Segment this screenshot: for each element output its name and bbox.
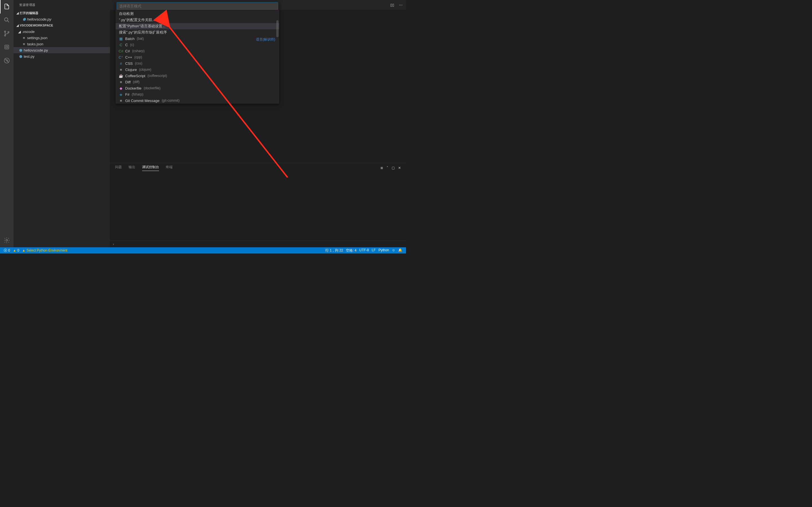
qp-lang-c[interactable]: CC(c)	[116, 42, 279, 48]
open-editors-header[interactable]: ◢打开的编辑器	[13, 10, 110, 16]
split-editor-button[interactable]: ▯▯	[389, 2, 395, 8]
status-spaces[interactable]: 空格: 4	[345, 248, 358, 253]
svg-point-2	[4, 31, 6, 32]
qp-item-search-ext[interactable]: 搜索".py"的应用市场扩展程序	[116, 29, 279, 36]
lang-name: F#	[125, 93, 130, 97]
svg-line-1	[8, 20, 9, 22]
close-icon: ✕	[398, 166, 401, 170]
activity-settings[interactable]	[0, 234, 13, 247]
file-name: hellovscode.py	[24, 48, 48, 52]
more-icon: ⋯	[399, 3, 403, 7]
quick-pick: 自动检测 ".py"的配置文件关联... 配置"Python"语言基础设置...…	[116, 1, 279, 104]
chevron-down-icon: ◢	[16, 24, 19, 27]
activity-extensions[interactable]	[0, 54, 13, 68]
lang-icon: ☕	[119, 74, 123, 78]
tree-folder-vscode[interactable]: ◢.vscode	[13, 29, 110, 35]
lang-id: (fsharp)	[132, 93, 143, 96]
file-name: tasks.json	[27, 42, 43, 46]
open-editor-filename: hellovscode.py	[27, 17, 51, 21]
lang-icon: ≡	[119, 99, 123, 103]
activity-source-control[interactable]	[0, 27, 13, 41]
status-warnings[interactable]: ▲0	[11, 247, 21, 253]
panel-tab-terminal[interactable]: 终端	[166, 165, 172, 171]
lang-id: (csharp)	[132, 49, 145, 53]
lang-name: Dockerfile	[125, 86, 142, 91]
qp-lang-fsharp[interactable]: ◈F#(fsharp)	[116, 91, 279, 98]
qp-lang-css[interactable]: #CSS(css)	[116, 60, 279, 66]
lang-id: (bat)	[137, 37, 144, 41]
lang-name: Diff	[125, 80, 131, 84]
prompt-icon: ›	[113, 242, 114, 246]
chevron-down-icon: ◢	[18, 30, 22, 34]
status-language[interactable]: Python	[377, 248, 390, 252]
status-errors[interactable]: ⓧ0	[2, 247, 11, 253]
status-eol[interactable]: LF	[370, 248, 377, 252]
qp-lang-git-commit[interactable]: ≡Git Commit Message(git-commit)	[116, 98, 279, 104]
warning-count: 0	[17, 248, 19, 252]
panel-maximize-button[interactable]: ▢	[392, 166, 395, 170]
lang-id: (clojure)	[139, 68, 151, 71]
svg-point-3	[4, 35, 6, 36]
chevron-down-icon: ◢	[16, 11, 19, 15]
bell-icon: 🔔	[398, 248, 402, 252]
bottom-panel: 问题 输出 调试控制台 终端 ≣ ˄ ▢ ✕ ›	[110, 163, 406, 247]
panel-tab-output[interactable]: 输出	[129, 165, 135, 171]
qp-lang-csharp[interactable]: C#C#(csharp)	[116, 48, 279, 54]
qp-item-configure-python[interactable]: 配置"Python"语言基础设置...	[116, 23, 279, 29]
status-encoding[interactable]: UTF-8	[358, 248, 370, 252]
panel-tab-problems[interactable]: 问题	[115, 165, 122, 171]
qp-lang-dockerfile[interactable]: ◆Dockerfile(dockerfile)	[116, 85, 279, 91]
warning-icon: ▲	[22, 248, 26, 252]
more-actions-button[interactable]: ⋯	[398, 2, 404, 8]
status-line-col[interactable]: 行 1，列 22	[324, 248, 345, 253]
activity-search[interactable]	[0, 13, 13, 27]
panel-filter-button[interactable]: ≣	[380, 166, 383, 170]
bug-disabled-icon	[3, 57, 10, 65]
qp-lang-cpp[interactable]: C⁺C++(cpp)	[116, 54, 279, 60]
svg-rect-5	[5, 45, 9, 49]
open-editor-item[interactable]: ⬢ hellovscode.py	[13, 16, 110, 22]
status-python-env[interactable]: ▲Select Python Environment	[20, 247, 69, 253]
workspace-label: VSCODEWORKSPACE	[20, 24, 53, 27]
activity-debug[interactable]	[0, 41, 13, 54]
warning-icon: ▲	[13, 248, 16, 252]
panel-tab-debug-console[interactable]: 调试控制台	[142, 165, 159, 171]
debug-console-body[interactable]	[110, 172, 406, 240]
env-label: Select Python Environment	[27, 248, 67, 252]
lang-icon: ▦	[119, 37, 123, 41]
qp-lang-coffeescript[interactable]: ☕CoffeeScript(coffeescript)	[116, 73, 279, 79]
activity-explorer[interactable]	[0, 0, 13, 13]
debug-console-input[interactable]: ›	[110, 240, 406, 247]
tree-file-hellovscode[interactable]: ⬢hellovscode.py	[13, 47, 110, 53]
maximize-icon: ▢	[392, 166, 395, 170]
svg-point-8	[6, 239, 8, 241]
tree-file-tasks[interactable]: ≡tasks.json	[13, 41, 110, 47]
qp-item-file-assoc[interactable]: ".py"的配置文件关联...	[116, 17, 279, 23]
search-icon	[3, 17, 10, 24]
status-notifications[interactable]: 🔔	[397, 248, 404, 252]
status-feedback[interactable]: ☺	[391, 248, 397, 252]
qp-lang-diff[interactable]: ≡Diff(diff)	[116, 79, 279, 85]
panel-close-button[interactable]: ✕	[398, 166, 401, 170]
explorer-sidebar: 资源管理器 ◢打开的编辑器 ⬢ hellovscode.py ◢VSCODEWO…	[13, 0, 110, 247]
quick-pick-scrollbar[interactable]	[276, 20, 278, 37]
file-name: settings.json	[27, 36, 47, 40]
lang-name: Clojure	[125, 68, 137, 72]
lang-id: (dockerfile)	[144, 86, 160, 90]
tree-file-test[interactable]: ⬢test.py	[13, 53, 110, 59]
lang-name: CSS	[125, 61, 133, 66]
lang-name: C#	[125, 49, 130, 53]
qp-item-autodetect[interactable]: 自动检测	[116, 11, 279, 17]
quick-pick-input[interactable]	[117, 2, 278, 10]
qp-lang-clojure[interactable]: ≡Clojure(clojure)	[116, 66, 279, 73]
qp-lang-bat[interactable]: ▦Batch(bat)	[116, 36, 279, 42]
python-file-icon: ⬢	[21, 17, 27, 21]
python-file-icon: ⬢	[18, 48, 23, 52]
tree-file-settings[interactable]: ≡settings.json	[13, 35, 110, 41]
svg-point-0	[4, 18, 8, 21]
gear-icon	[3, 237, 10, 244]
panel-collapse-button[interactable]: ˄	[387, 166, 388, 170]
workspace-header[interactable]: ◢VSCODEWORKSPACE	[13, 22, 110, 29]
lang-id: (css)	[135, 61, 142, 65]
python-file-icon: ⬢	[18, 54, 23, 59]
